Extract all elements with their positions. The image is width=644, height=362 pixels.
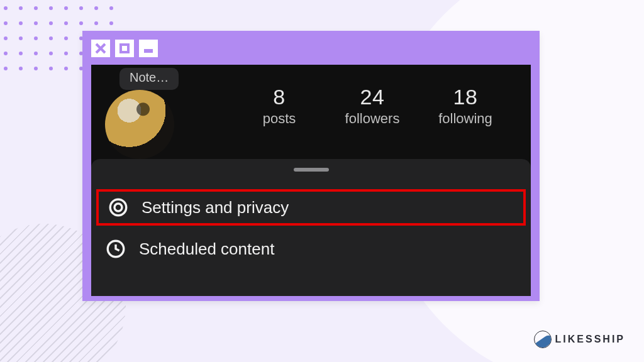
avatar[interactable] xyxy=(105,90,174,159)
stat-posts-count: 8 xyxy=(233,85,326,109)
note-placeholder: Note… xyxy=(130,70,169,84)
menu-scheduled-content-label: Scheduled content xyxy=(139,239,274,259)
stat-posts-label: posts xyxy=(233,111,326,127)
svg-point-5 xyxy=(114,204,122,211)
clock-icon xyxy=(105,238,126,260)
menu-settings-privacy[interactable]: Settings and privacy xyxy=(96,189,526,226)
stat-following[interactable]: 18 following xyxy=(419,85,512,127)
minimize-icon[interactable] xyxy=(139,40,158,57)
maximize-icon[interactable] xyxy=(115,40,134,57)
gear-icon xyxy=(108,197,129,218)
menu-scheduled-content[interactable]: Scheduled content xyxy=(91,231,531,267)
bottom-sheet: Settings and privacy Scheduled content xyxy=(91,159,531,296)
menu-settings-privacy-label: Settings and privacy xyxy=(142,198,289,217)
svg-rect-2 xyxy=(121,45,128,52)
note-chip[interactable]: Note… xyxy=(119,68,179,90)
brand-text: LIKESSHIP xyxy=(555,334,625,345)
drag-handle[interactable] xyxy=(294,168,329,172)
svg-rect-3 xyxy=(144,49,153,53)
stat-following-label: following xyxy=(419,111,512,127)
stat-followers-label: followers xyxy=(326,111,419,127)
window-frame: Note… 8 posts 24 followers 18 following xyxy=(82,31,540,301)
brand: LIKESSHIP xyxy=(534,331,625,348)
brand-text-light: LIKES xyxy=(555,334,594,344)
stat-posts[interactable]: 8 posts xyxy=(233,85,326,127)
stat-followers-count: 24 xyxy=(326,85,419,109)
stat-followers[interactable]: 24 followers xyxy=(326,85,419,127)
brand-logo-icon xyxy=(534,331,552,348)
profile-stats: 8 posts 24 followers 18 following xyxy=(233,85,512,127)
titlebar xyxy=(91,40,531,57)
screenshot-content: Note… 8 posts 24 followers 18 following xyxy=(91,65,531,296)
svg-point-4 xyxy=(110,199,126,216)
stat-following-count: 18 xyxy=(419,85,512,109)
brand-text-bold: SHIP xyxy=(594,334,625,344)
close-icon[interactable] xyxy=(91,40,110,57)
